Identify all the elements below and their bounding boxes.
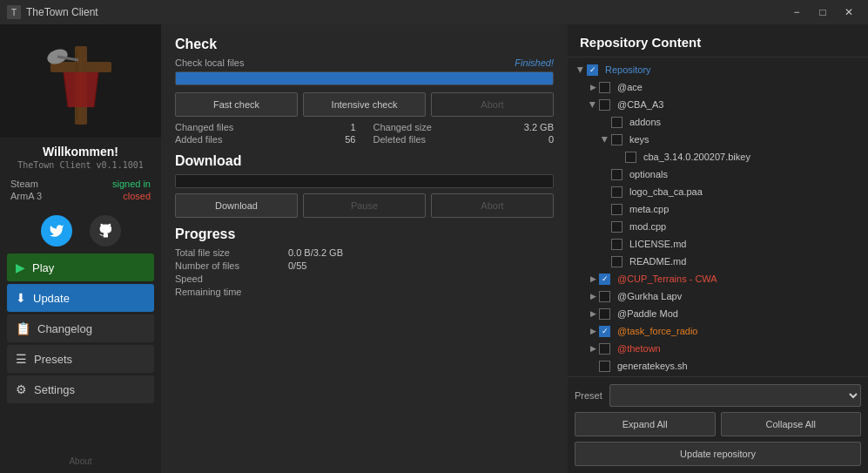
tree-item-optionals[interactable]: optionals (568, 166, 868, 183)
changelog-icon: 📋 (16, 321, 30, 335)
expand-all-button[interactable]: Expand All (575, 412, 716, 436)
app-title: TheTown Client (26, 6, 784, 18)
changelog-button[interactable]: 📋 Changelog (7, 314, 154, 342)
checkbox-cba_a3[interactable] (599, 99, 610, 111)
checkbox-license[interactable] (611, 239, 622, 250)
checkbox-keys[interactable] (611, 134, 622, 145)
tree-item-cup[interactable]: ▶@CUP_Terrains - CWA (568, 270, 868, 287)
tree-label-repo-root: Repository (605, 64, 651, 75)
tree-item-logo[interactable]: logo_cba_ca.paa (568, 183, 868, 200)
tree-item-gurkha[interactable]: ▶@Gurkha Lapv (568, 287, 868, 305)
checkbox-gurkha[interactable] (599, 291, 610, 302)
checkbox-bikey[interactable] (625, 152, 636, 163)
changelog-label: Changelog (37, 322, 92, 335)
collapse-all-button[interactable]: Collapse All (721, 412, 862, 436)
tree-label-gurkha: @Gurkha Lapv (617, 291, 682, 301)
checkbox-optionals[interactable] (611, 169, 622, 180)
checkbox-paddle[interactable] (599, 308, 610, 320)
checkbox-cup[interactable] (599, 274, 610, 285)
download-button[interactable]: Download (175, 193, 298, 218)
update-repo-button[interactable]: Update repository (575, 442, 861, 466)
changed-files-row: Changed files 1 (175, 122, 356, 132)
twitter-button[interactable] (41, 215, 72, 247)
checkbox-meta[interactable] (611, 204, 622, 215)
tree-item-cba_a3[interactable]: ▶@CBA_A3 (568, 96, 868, 113)
tree-label-keys: keys (629, 134, 649, 145)
tree-item-thetown[interactable]: ▶@thetown (568, 340, 868, 357)
tree-item-tfr[interactable]: ▶@task_force_radio (568, 322, 868, 340)
num-files-label: Number of files (175, 260, 288, 271)
tree-item-bikey[interactable]: cba_3.14.0.200207.bikey (568, 148, 868, 166)
checkbox-readme[interactable] (611, 256, 622, 267)
tree-item-paddle[interactable]: ▶@Paddle Mod (568, 305, 868, 322)
close-button[interactable]: ✕ (837, 0, 861, 24)
tree-item-readme[interactable]: README.md (568, 253, 868, 270)
tree-label-addons: addons (629, 117, 661, 127)
tree-item-meta[interactable]: meta.cpp (568, 200, 868, 218)
preset-select[interactable] (609, 384, 861, 407)
settings-label: Settings (34, 383, 75, 396)
update-button[interactable]: ⬇ Update (7, 284, 154, 312)
speed-row: Speed (175, 274, 554, 284)
checkbox-addons[interactable] (611, 117, 622, 128)
checkbox-modcpp[interactable] (611, 221, 622, 233)
download-abort-button[interactable]: Abort (431, 193, 554, 218)
progress-stats: Total file size 0.0 B/3.2 GB Number of f… (175, 247, 554, 297)
tree-label-ace: @ace (617, 82, 643, 92)
repo-tree: ▶Repository▶@ace▶@CBA_A3addons▶keyscba_3… (568, 57, 868, 376)
checkbox-thetown[interactable] (599, 343, 610, 355)
social-icons (41, 215, 121, 247)
check-title: Check (175, 37, 554, 52)
check-buttons: Fast check Intensive check Abort (175, 92, 554, 117)
intensive-check-button[interactable]: Intensive check (303, 92, 426, 117)
chevron-paddle: ▶ (587, 307, 599, 320)
sidebar: Willkommen! TheTown Client v0.1.1001 Ste… (0, 24, 161, 473)
check-progress-fill (176, 72, 553, 84)
arma-row: ArmA 3 closed (10, 191, 151, 201)
check-progress-container (175, 71, 554, 85)
github-button[interactable] (90, 215, 121, 247)
chevron-keys: ▶ (599, 133, 611, 145)
download-section: Download Download Pause Abort (175, 153, 554, 218)
tree-item-addons[interactable]: addons (568, 113, 868, 131)
checkbox-logo[interactable] (611, 186, 622, 198)
steam-label: Steam (10, 179, 38, 189)
download-progress-container (175, 174, 554, 188)
checkbox-ace[interactable] (599, 82, 610, 93)
checkbox-tfr[interactable] (599, 326, 610, 337)
fast-check-button[interactable]: Fast check (175, 92, 298, 117)
tree-label-logo: logo_cba_ca.paa (629, 186, 703, 197)
presets-label: Presets (34, 353, 72, 366)
presets-icon: ☰ (16, 352, 27, 366)
avatar-area (0, 24, 161, 138)
chevron-cup: ▶ (587, 273, 599, 285)
right-panel: Repository Content ▶Repository▶@ace▶@CBA… (568, 24, 868, 473)
settings-button[interactable]: ⚙ Settings (7, 375, 154, 403)
svg-text:T: T (11, 8, 17, 17)
pause-button[interactable]: Pause (303, 193, 426, 218)
minimize-button[interactable]: − (784, 0, 809, 24)
play-button[interactable]: ▶ Play (7, 253, 154, 281)
check-abort-button[interactable]: Abort (431, 92, 554, 117)
preset-row: Preset (575, 384, 861, 407)
tree-item-repo-root[interactable]: ▶Repository (568, 61, 868, 78)
checkbox-repo-root[interactable] (587, 64, 598, 76)
tree-item-license[interactable]: LICENSE.md (568, 235, 868, 253)
about-text: About (69, 453, 91, 466)
steam-row: Steam signed in (10, 179, 151, 189)
tree-label-cup: @CUP_Terrains - CWA (617, 274, 717, 284)
tree-item-generatekeys[interactable]: generatekeys.sh (568, 357, 868, 375)
tree-label-bikey: cba_3.14.0.200207.bikey (643, 152, 750, 162)
tree-item-ace[interactable]: ▶@ace (568, 78, 868, 96)
main-layout: Willkommen! TheTown Client v0.1.1001 Ste… (0, 24, 868, 473)
tree-item-keys[interactable]: ▶keys (568, 131, 868, 148)
presets-button[interactable]: ☰ Presets (7, 345, 154, 373)
num-files-value: 0/55 (288, 260, 306, 271)
app-icon: T (7, 5, 21, 19)
check-local-label: Check local files (175, 57, 244, 68)
checkbox-generatekeys[interactable] (599, 361, 610, 372)
maximize-button[interactable]: □ (811, 0, 835, 24)
tree-item-modcpp[interactable]: mod.cpp (568, 218, 868, 235)
finished-text: Finished! (515, 57, 554, 68)
speed-label: Speed (175, 274, 288, 284)
